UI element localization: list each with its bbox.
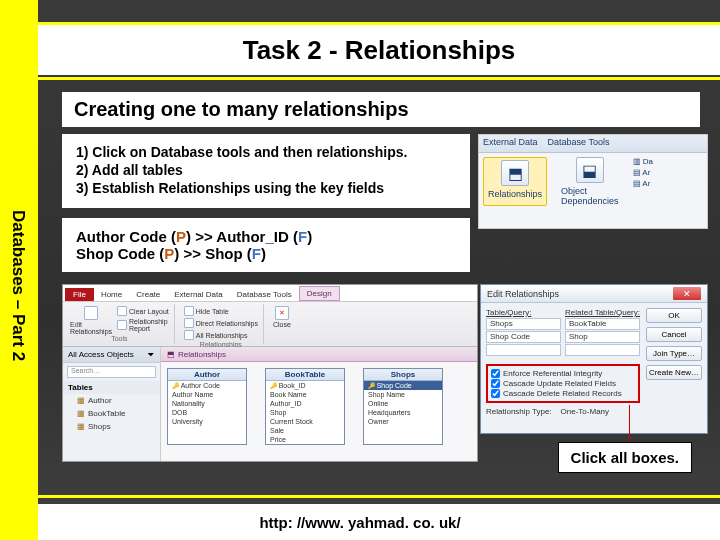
edit-relationships-button[interactable]: Edit Relationships xyxy=(70,306,112,335)
checkbox-highlight: Enforce Referential Integrity Cascade Up… xyxy=(486,364,640,403)
table-select[interactable]: BookTable xyxy=(565,318,640,330)
field: DOB xyxy=(168,408,246,417)
field: Book Name xyxy=(266,390,344,399)
field: Price xyxy=(266,435,344,444)
close-icon[interactable]: ✕ xyxy=(673,287,701,300)
relationship-report-button[interactable]: Relationship Report xyxy=(117,318,169,332)
ribbon-tab-home[interactable]: Home xyxy=(94,288,129,301)
cascade-update-checkbox[interactable]: Cascade Update Related Fields xyxy=(491,379,635,388)
ribbon-tab-create[interactable]: Create xyxy=(129,288,167,301)
rule-top-1 xyxy=(38,22,720,25)
callout-box: Click all boxes. xyxy=(558,442,692,473)
all-relationships-button[interactable]: All Relationships xyxy=(184,330,258,341)
field: Shop xyxy=(266,408,344,417)
field: Current Stock xyxy=(266,417,344,426)
file-tab[interactable]: File xyxy=(65,288,94,301)
relationships-tab-label: Relationships xyxy=(178,350,226,359)
instruction-1: 1) Click on Database tools and then rela… xyxy=(76,144,456,160)
table-booktable[interactable]: BookTable Book_ID Book Name Author_ID Sh… xyxy=(265,368,345,445)
field: Online xyxy=(364,399,442,408)
rule-bottom xyxy=(38,495,720,498)
side-item: ▤ Ar xyxy=(633,179,653,188)
cascade-delete-checkbox[interactable]: Cascade Delete Related Records xyxy=(491,389,635,398)
foreign-key-marker: F xyxy=(298,228,307,245)
field: Owner xyxy=(364,417,442,426)
object-dependencies-button[interactable]: ⬓ Object Dependencies xyxy=(561,157,619,206)
field: University xyxy=(168,417,246,426)
page-title: Task 2 - Relationships xyxy=(38,25,720,75)
table-author[interactable]: Author Author Code Author Name Nationali… xyxy=(167,368,247,445)
rel-type-value: One-To-Many xyxy=(561,407,609,416)
table-title: Author xyxy=(168,369,246,381)
field-select[interactable]: Shop xyxy=(565,331,640,343)
nav-object-shops[interactable]: Shops xyxy=(63,420,160,433)
ok-button[interactable]: OK xyxy=(646,308,702,323)
ribbon-tab-database-tools[interactable]: Database Tools xyxy=(230,288,299,301)
join-type-button[interactable]: Join Type… xyxy=(646,346,702,361)
relationships-icon: ⬒ xyxy=(501,160,529,186)
field: Shop Name xyxy=(364,390,442,399)
primary-key-marker: P xyxy=(164,245,174,262)
map-text: ) xyxy=(261,245,266,262)
field: Book_ID xyxy=(266,381,344,390)
map-text: ) xyxy=(307,228,312,245)
ribbon-tab[interactable]: Database Tools xyxy=(548,137,610,150)
dialog-title: Edit Relationships xyxy=(487,289,559,299)
search-input[interactable]: Search… xyxy=(67,366,156,378)
instruction-2: 2) Add all tables xyxy=(76,162,456,178)
field: Author Name xyxy=(168,390,246,399)
field-mapping-box: Author Code (P) >> Author_ID (F) Shop Co… xyxy=(62,218,470,272)
field: Author_ID xyxy=(266,399,344,408)
grid-header: Related Table/Query: xyxy=(565,308,640,317)
hide-table-button[interactable]: Hide Table xyxy=(184,306,258,317)
nav-group-tables[interactable]: Tables xyxy=(63,381,160,394)
dependencies-icon: ⬓ xyxy=(576,157,604,183)
nav-title: All Access Objects xyxy=(68,350,134,359)
close-button[interactable]: ✕Close xyxy=(273,306,291,328)
field-select[interactable] xyxy=(565,344,640,356)
section-subtitle: Creating one to many relationships xyxy=(62,92,700,127)
instruction-3: 3) Establish Relationships using the key… xyxy=(76,180,456,196)
table-title: BookTable xyxy=(266,369,344,381)
direct-relationships-button[interactable]: Direct Relationships xyxy=(184,318,258,329)
foreign-key-marker: F xyxy=(252,245,261,262)
clear-layout-button[interactable]: Clear Layout xyxy=(117,306,169,317)
cancel-button[interactable]: Cancel xyxy=(646,327,702,342)
table-select[interactable]: Shops xyxy=(486,318,561,330)
field-select[interactable]: Shop Code xyxy=(486,331,561,343)
edit-relationships-dialog: Edit Relationships ✕ Table/Query: Relate… xyxy=(480,284,708,434)
map-text: ) >> Shop ( xyxy=(174,245,252,262)
rel-type-label: Relationship Type: xyxy=(486,407,552,416)
field-select[interactable] xyxy=(486,344,561,356)
nav-object-author[interactable]: Author xyxy=(63,394,160,407)
field: Headquarters xyxy=(364,408,442,417)
side-item: ▥ Da xyxy=(633,157,653,166)
group-label: Tools xyxy=(70,335,169,342)
create-new-button[interactable]: Create New… xyxy=(646,365,702,380)
button-label: Relationships xyxy=(488,189,542,199)
button-label: Object Dependencies xyxy=(561,186,619,206)
field-selected: Shop Code xyxy=(364,381,442,390)
callout-connector xyxy=(629,405,630,443)
map-text: Shop Code ( xyxy=(76,245,164,262)
ribbon-snippet: External Data Database Tools ⬒ Relations… xyxy=(478,134,708,229)
relationships-tab-icon: ⬒ xyxy=(167,350,175,359)
ribbon-tab[interactable]: External Data xyxy=(483,137,538,150)
ribbon-tab-external-data[interactable]: External Data xyxy=(167,288,229,301)
rule-top-2 xyxy=(38,77,720,80)
chevron-down-icon[interactable]: ⏷ xyxy=(147,350,155,359)
map-text: Author Code ( xyxy=(76,228,176,245)
primary-key-marker: P xyxy=(176,228,186,245)
ribbon-tab-design[interactable]: Design xyxy=(299,286,340,301)
sidebar-label: Databases – Part 2 xyxy=(8,210,28,361)
field: Sale xyxy=(266,426,344,435)
relationships-button[interactable]: ⬒ Relationships xyxy=(483,157,547,206)
nav-object-booktable[interactable]: BookTable xyxy=(63,407,160,420)
grid-header: Table/Query: xyxy=(486,308,561,317)
table-title: Shops xyxy=(364,369,442,381)
instruction-box: 1) Click on Database tools and then rela… xyxy=(62,134,470,208)
map-text: ) >> Author_ID ( xyxy=(186,228,298,245)
navigation-pane: All Access Objects ⏷ Search… Tables Auth… xyxy=(63,347,161,461)
table-shops[interactable]: Shops Shop Code Shop Name Online Headqua… xyxy=(363,368,443,445)
enforce-integrity-checkbox[interactable]: Enforce Referential Integrity xyxy=(491,369,635,378)
